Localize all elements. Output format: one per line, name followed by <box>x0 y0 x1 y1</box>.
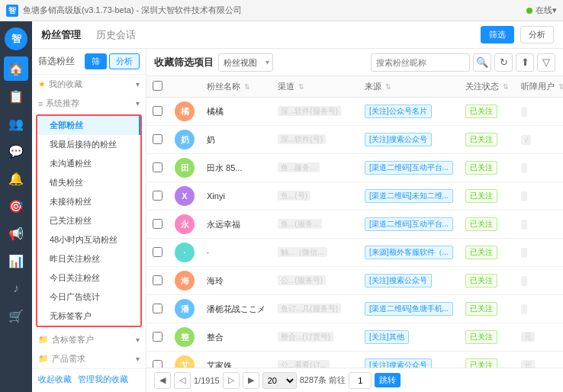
sidebar-icon-home[interactable]: 🏠 <box>4 56 28 81</box>
search-icon-btn[interactable]: 🔍 <box>473 53 491 72</box>
row-avatar: · <box>175 243 195 262</box>
filter-fans-label: 筛选粉丝 <box>38 55 75 68</box>
my-collect-section[interactable]: ★ 我的收藏 ▾ <box>32 75 146 94</box>
export-icon-btn[interactable]: ⬆ <box>516 53 534 72</box>
row-channel-cell: 鱼...(号) <box>272 182 359 210</box>
menu-item-48h[interactable]: 48小时内互动粉丝 <box>37 230 140 249</box>
filter-icon-btn[interactable]: ▽ <box>537 53 555 72</box>
product-needs-section[interactable]: 📁 产品需求 ▾ <box>32 349 146 368</box>
row-extra <box>521 248 527 258</box>
row-extra: √ <box>521 135 532 145</box>
row-name-cell: 艾家姝 <box>201 352 272 368</box>
menu-item-lost[interactable]: 错失粉丝 <box>37 173 140 192</box>
row-extra <box>521 276 527 286</box>
row-avatar-cell: 橘 <box>169 98 201 126</box>
nav-history[interactable]: 历史会话 <box>96 28 136 42</box>
row-checkbox[interactable] <box>153 106 162 116</box>
status-area[interactable]: 在线▾ <box>526 5 557 16</box>
row-extra-cell: √ <box>515 126 563 154</box>
my-collect-label: 我的收藏 <box>49 79 82 90</box>
col-name[interactable]: 粉丝名称 ⇅ <box>201 76 272 98</box>
select-all-checkbox[interactable] <box>153 81 162 91</box>
row-name-cell: · <box>201 239 272 267</box>
menu-item-today-follow[interactable]: 今日关注粉丝 <box>37 268 140 288</box>
table-header: 粉丝名称 ⇅ 渠道 ⇅ 来源 ⇅ <box>146 76 563 98</box>
collapse-collect-link[interactable]: 收起收藏 <box>38 374 72 385</box>
row-checkbox-cell <box>146 210 169 239</box>
row-status: 已关注 <box>465 358 497 368</box>
menu-item-unreceived[interactable]: 未接待粉丝 <box>37 192 140 211</box>
row-avatar-cell: 奶 <box>169 126 201 154</box>
row-avatar: X <box>175 186 195 206</box>
row-extra-cell <box>515 295 563 323</box>
sidebar-icon-bell[interactable]: 🔔 <box>4 166 28 191</box>
menu-item-followed[interactable]: 已关注粉丝 <box>37 211 140 230</box>
sys-chevron-icon: ▾ <box>136 99 140 108</box>
row-name: 田水 85... <box>207 163 242 172</box>
row-checkbox[interactable] <box>153 134 162 144</box>
sidebar-icon-chat[interactable]: 💬 <box>4 139 28 163</box>
next-page-btn[interactable]: ▷ <box>223 372 240 389</box>
sys-recommend-label: 系统推荐 <box>46 98 79 109</box>
prev-page-btn[interactable]: ◁ <box>174 372 191 389</box>
row-source-cell: [来源]额外客服软件（... <box>359 239 459 267</box>
menu-item-today-ad[interactable]: 今日广告统计 <box>37 288 140 307</box>
row-checkbox[interactable] <box>153 360 162 368</box>
sidebar-icon-chart[interactable]: 📊 <box>4 249 28 273</box>
page-size-select[interactable]: 20 50 100 <box>262 372 297 389</box>
row-source-cell: [关注]公众号名片 <box>359 98 459 126</box>
sys-recommend-section[interactable]: ≡ 系统推荐 ▾ <box>32 94 146 113</box>
row-avatar-cell: 整 <box>169 323 201 352</box>
sort-status-icon: ⇅ <box>503 83 509 91</box>
menu-item-last-received[interactable]: 我最后接待的粉丝 <box>37 135 140 154</box>
row-checkbox[interactable] <box>153 304 162 313</box>
col-status[interactable]: 关注状态 ⇅ <box>459 76 515 98</box>
view-select[interactable]: 粉丝视图 <box>218 53 273 72</box>
row-checkbox[interactable] <box>153 191 162 201</box>
table-row: 艾 艾家姝 公...看看(订... [关注]搜索公众号 已关注 元 <box>146 352 563 368</box>
first-page-btn[interactable]: ◀ <box>154 372 171 389</box>
row-name: 橘橘 <box>207 107 224 116</box>
row-checkbox[interactable] <box>153 162 162 172</box>
filter-active-btn[interactable]: 筛 <box>85 53 107 69</box>
sidebar-icon-target[interactable]: 🎯 <box>4 194 28 218</box>
row-extra: 元 <box>521 360 535 368</box>
page-jump-input[interactable] <box>349 372 372 389</box>
view-select-wrapper[interactable]: 粉丝视图 <box>218 53 273 72</box>
col-channel[interactable]: 渠道 ⇅ <box>272 76 359 98</box>
fans-table: 粉丝名称 ⇅ 渠道 ⇅ 来源 ⇅ <box>146 76 563 368</box>
analysis-btn[interactable]: 分析 <box>520 26 554 43</box>
status-label: 在线▾ <box>536 5 557 16</box>
manage-collect-link[interactable]: 管理我的收藏 <box>78 374 128 385</box>
col-source[interactable]: 来源 ⇅ <box>359 76 459 98</box>
sidebar-icon-shop[interactable]: 🛒 <box>4 304 28 328</box>
jump-btn[interactable]: 跳转 <box>375 373 401 387</box>
menu-item-no-tag[interactable]: 无标签客户 <box>37 307 140 326</box>
menu-item-all-fans[interactable]: 全部粉丝 <box>37 116 140 135</box>
menu-item-yesterday-follow[interactable]: 昨日关注粉丝 <box>37 249 140 268</box>
row-name: 艾家姝 <box>207 361 232 368</box>
menu-item-uncommunicated[interactable]: 未沟通粉丝 <box>37 154 140 173</box>
filter-analyze-btn[interactable]: 分析 <box>109 53 140 69</box>
sidebar-icon-list[interactable]: 📋 <box>4 84 28 108</box>
sidebar-icon-users[interactable]: 👥 <box>4 111 28 136</box>
filter-btn[interactable]: 筛选 <box>481 26 514 43</box>
last-page-btn[interactable]: ▶ <box>243 372 259 389</box>
col-hearing[interactable]: 听障用户 ⇅ <box>515 76 563 98</box>
row-avatar: 海 <box>175 271 195 291</box>
row-channel: 鱼...服务... <box>278 162 320 172</box>
row-checkbox[interactable] <box>153 247 162 257</box>
row-checkbox[interactable] <box>153 275 162 285</box>
row-status: 已关注 <box>465 217 497 231</box>
sidebar-icon-music[interactable]: ♪ <box>4 276 28 300</box>
body-split: 筛选粉丝 筛 分析 ★ 我的收藏 ▾ ≡ 系统推荐 ▾ <box>32 49 563 392</box>
row-channel-cell: 公...看看(订... <box>272 352 359 368</box>
row-status: 已关注 <box>465 330 497 344</box>
row-checkbox[interactable] <box>153 332 162 342</box>
tagged-customer-section[interactable]: 📁 含标签客户 ▾ <box>32 330 146 349</box>
sidebar-icon-broadcast[interactable]: 📢 <box>4 221 28 246</box>
search-input[interactable] <box>371 53 470 72</box>
refresh-icon-btn[interactable]: ↻ <box>494 53 513 72</box>
table-body: 橘 橘橘 深...软件(服务号) [关注]公众号名片 已关注 奶 <box>146 98 563 368</box>
row-checkbox[interactable] <box>153 219 162 229</box>
